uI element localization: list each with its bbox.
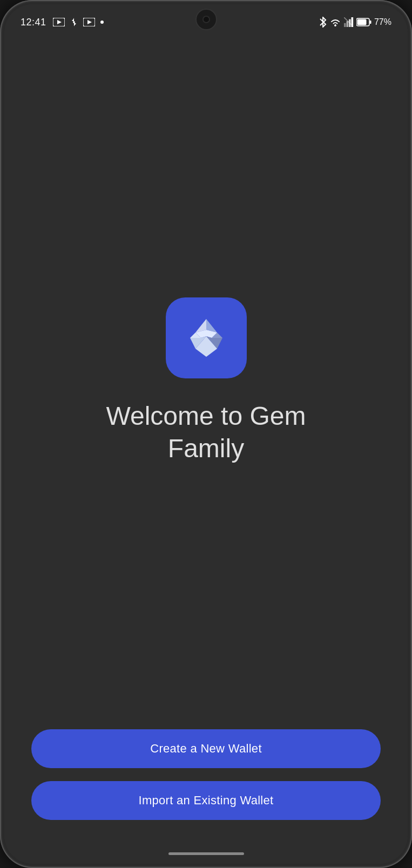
notification-dot xyxy=(100,21,104,24)
svg-rect-12 xyxy=(369,21,371,24)
signal-icon xyxy=(344,17,354,27)
camera-notch xyxy=(195,9,217,30)
svg-rect-6 xyxy=(344,23,346,27)
svg-point-5 xyxy=(334,25,336,27)
youtube-icon xyxy=(53,18,65,26)
status-time: 12:41 xyxy=(21,17,46,28)
phone-screen: 12:41 xyxy=(4,4,408,864)
svg-marker-4 xyxy=(87,20,92,24)
welcome-heading: Welcome to Gem Family xyxy=(106,400,306,465)
phone-frame: 12:41 xyxy=(0,0,412,868)
fan-icon xyxy=(69,17,79,27)
welcome-text-line1: Welcome to Gem Family xyxy=(106,400,306,465)
camera-lens xyxy=(202,16,210,23)
status-left: 12:41 xyxy=(21,17,104,28)
svg-point-2 xyxy=(73,21,75,23)
bottom-area: Create a New Wallet Import an Existing W… xyxy=(4,729,408,852)
svg-rect-13 xyxy=(357,19,366,25)
app-logo-container xyxy=(166,297,247,378)
import-wallet-button[interactable]: Import an Existing Wallet xyxy=(31,781,381,820)
battery-icon xyxy=(356,18,372,26)
create-wallet-button[interactable]: Create a New Wallet xyxy=(31,729,381,768)
battery-percent: 77% xyxy=(374,17,391,27)
bluetooth-icon xyxy=(319,17,327,28)
wifi-icon xyxy=(329,17,341,27)
main-content: Welcome to Gem Family xyxy=(4,32,408,729)
svg-marker-1 xyxy=(57,20,62,24)
home-indicator-area xyxy=(4,852,408,864)
gem-icon xyxy=(182,314,231,362)
youtube2-icon xyxy=(83,18,95,26)
status-right: 77% xyxy=(319,17,391,28)
home-bar xyxy=(168,852,244,855)
